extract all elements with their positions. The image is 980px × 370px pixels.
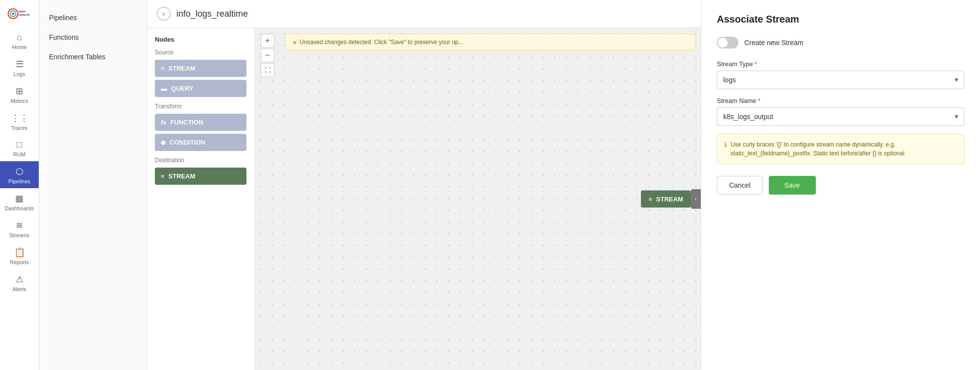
function-node[interactable]: fx FUNCTION	[155, 114, 246, 131]
zoom-in-button[interactable]: +	[261, 34, 274, 48]
source-query-node[interactable]: ▬ QUERY	[155, 80, 246, 97]
unsaved-banner: ● Unsaved changes detected. Click "Save"…	[285, 34, 695, 50]
canvas-dest-icon: ≡	[649, 196, 653, 203]
create-new-stream-toggle[interactable]	[717, 37, 738, 49]
condition-node[interactable]: ◆ CONDITION	[155, 134, 246, 151]
metrics-icon: ⊞	[16, 86, 23, 97]
canvas-controls: + − ⛶	[261, 34, 274, 77]
stream-name-select-wrapper: k8s_logs_output ▼	[717, 107, 964, 126]
svg-text:open: open	[19, 10, 25, 13]
action-row: Cancel Save	[717, 176, 964, 195]
dashboards-icon: ▦	[15, 193, 24, 204]
source-section-label: Source	[155, 49, 246, 56]
pipeline-workspace: Nodes Source ≡ STREAM ▬ QUERY Transform …	[147, 28, 701, 370]
sidebar-item-reports[interactable]: 📋 Reports	[0, 242, 39, 269]
pipeline-canvas[interactable]: ● Unsaved changes detected. Click "Save"…	[255, 28, 701, 370]
sidebar-item-dashboards[interactable]: ▦ Dashboards	[0, 188, 39, 215]
panel-title: Associate Stream	[717, 14, 964, 25]
expand-button[interactable]: ⛶	[261, 63, 274, 77]
create-new-stream-label: Create new Stream	[744, 39, 804, 47]
stream-name-label: Stream Name *	[717, 97, 964, 104]
sidebar-item-home[interactable]: ⌂ Home	[0, 27, 39, 54]
info-text: Use curly braces '{}' to configure strea…	[731, 140, 957, 158]
left-panel: Pipelines Functions Enrichment Tables	[39, 0, 147, 370]
zoom-out-button[interactable]: −	[261, 49, 274, 62]
traces-icon: ⋮⋮	[11, 113, 28, 123]
logs-icon: ☰	[16, 59, 24, 70]
stream-type-field: Stream Type * logs metrics traces ▼	[717, 60, 964, 89]
stream-name-field: Stream Name * k8s_logs_output ▼	[717, 97, 964, 126]
stream-name-select[interactable]: k8s_logs_output	[717, 107, 964, 126]
source-stream-node[interactable]: ≡ STREAM	[155, 60, 246, 77]
streams-icon: ≋	[16, 220, 23, 231]
create-new-stream-toggle-row: Create new Stream	[717, 37, 964, 49]
sidebar-item-logs[interactable]: ☰ Logs	[0, 54, 39, 81]
function-icon: fx	[161, 119, 167, 126]
sidebar-item-traces[interactable]: ⋮⋮ Traces	[0, 108, 39, 135]
rum-icon: □	[17, 140, 22, 150]
stream-icon: ≡	[161, 65, 165, 72]
app-logo: open observe	[5, 4, 34, 24]
dest-stream-icon: ≡	[161, 173, 165, 180]
destination-section-label: Destination	[155, 157, 246, 164]
nodes-panel-title: Nodes	[155, 36, 246, 43]
pipeline-header: ‹ info_logs_realtime	[147, 0, 701, 28]
stream-type-label: Stream Type *	[717, 60, 964, 68]
destination-stream-node[interactable]: ≡ STREAM	[155, 168, 246, 185]
left-panel-item-functions[interactable]: Functions	[39, 27, 147, 47]
cancel-button[interactable]: Cancel	[717, 176, 763, 195]
pipeline-title: info_logs_realtime	[176, 9, 248, 19]
home-icon: ⌂	[17, 32, 22, 43]
canvas-dest-stream-node[interactable]: ≡ STREAM	[641, 191, 691, 208]
sidebar-item-metrics[interactable]: ⊞ Metrics	[0, 81, 39, 108]
left-panel-item-pipelines[interactable]: Pipelines	[39, 8, 147, 27]
svg-text:observe: observe	[19, 13, 30, 16]
sidebar-item-pipelines[interactable]: ⬡ Pipelines	[0, 161, 39, 188]
sidebar-item-rum[interactable]: □ RUM	[0, 135, 39, 161]
alerts-icon: ⚠	[16, 274, 24, 285]
save-button[interactable]: Save	[769, 176, 816, 195]
svg-point-2	[12, 13, 14, 15]
stream-name-required: *	[758, 97, 760, 104]
back-button[interactable]: ‹	[157, 7, 171, 21]
collapse-handle[interactable]: ‹	[691, 189, 701, 209]
dynamic-name-info-box: ℹ Use curly braces '{}' to configure str…	[717, 134, 964, 164]
condition-icon: ◆	[161, 139, 166, 146]
query-icon: ▬	[161, 85, 167, 92]
unsaved-dot-icon: ●	[293, 38, 296, 46]
reports-icon: 📋	[14, 247, 25, 258]
sidebar-item-streams[interactable]: ≋ Streams	[0, 215, 39, 242]
sidebar: open observe ⌂ Home ☰ Logs ⊞ Metrics ⋮⋮ …	[0, 0, 39, 370]
nodes-panel: Nodes Source ≡ STREAM ▬ QUERY Transform …	[147, 28, 255, 370]
transform-section-label: Transform	[155, 103, 246, 110]
stream-type-select[interactable]: logs metrics traces	[717, 71, 964, 89]
left-panel-item-enrichment-tables[interactable]: Enrichment Tables	[39, 47, 147, 67]
associate-stream-panel: Associate Stream Create new Stream Strea…	[701, 0, 980, 370]
sidebar-item-alerts[interactable]: ⚠ Alerts	[0, 269, 39, 296]
stream-type-select-wrapper: logs metrics traces ▼	[717, 71, 964, 89]
stream-type-required: *	[755, 60, 757, 68]
pipelines-icon: ⬡	[16, 166, 24, 177]
info-icon: ℹ	[724, 141, 727, 148]
main-content: ‹ info_logs_realtime Nodes Source ≡ STRE…	[147, 0, 701, 370]
